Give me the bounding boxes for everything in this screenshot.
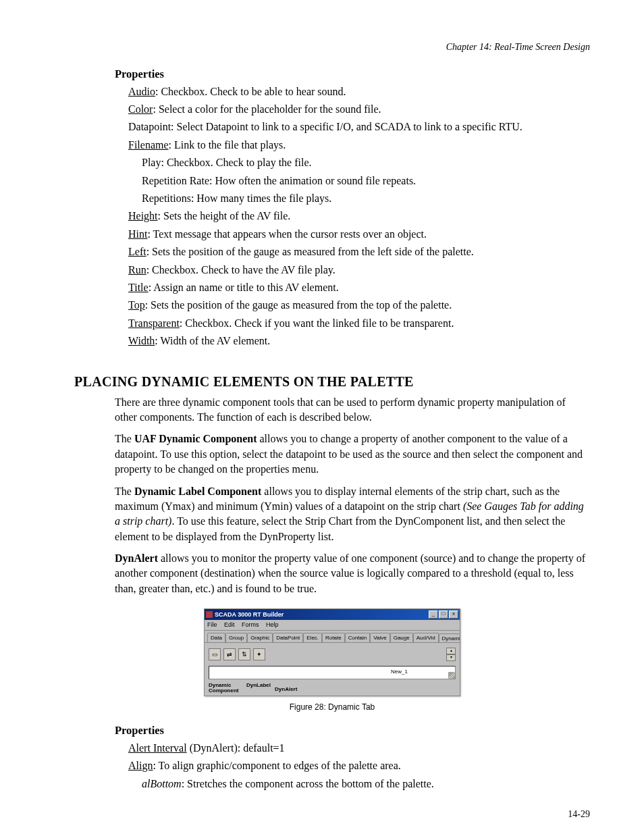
prop-filename-reprate: Repetition Rate: How often the animation… — [142, 174, 590, 188]
prop-align: Align: To align graphic/component to edg… — [128, 758, 590, 773]
prop-datapoint: Datapoint: Select Datapoint to link to a… — [128, 120, 590, 134]
label-dynlabel: DynLabel — [246, 683, 271, 694]
section-para-2: The UAF Dynamic Component allows you to … — [115, 432, 590, 477]
app-icon — [206, 611, 213, 618]
tab-row: Data Group Graphic DataPoint Elec. Rotat… — [205, 631, 460, 643]
spinner-up-icon[interactable]: ▴ — [446, 648, 456, 654]
tab-gauge[interactable]: Gauge — [390, 633, 413, 642]
prop-transparent: Transparent: Checkbox. Check if you want… — [128, 316, 590, 331]
spinner-down-icon[interactable]: ▾ — [446, 654, 456, 661]
prop-run: Run: Checkbox. Check to have the AV file… — [128, 263, 590, 278]
tab-dynamic[interactable]: Dynamic — [439, 633, 460, 643]
prop-alert-interval: Alert Interval (DynAlert): default=1 — [128, 741, 590, 756]
grid-area: New_1 — [209, 666, 456, 679]
prop-filename-play: Play: Checkbox. Check to play the file. — [142, 155, 590, 170]
properties-heading-2: Properties — [115, 723, 590, 738]
dyn-label-icon[interactable]: ⇅ — [238, 648, 250, 660]
app-window: SCADA 3000 RT Builder _ □ x File Edit Fo… — [204, 608, 460, 696]
grid-item-label: New_1 — [391, 668, 408, 675]
minimize-icon[interactable]: _ — [429, 610, 438, 619]
prop-albottom: alBottom: Stretches the component across… — [142, 777, 590, 791]
tab-rotate[interactable]: Rotate — [322, 633, 345, 642]
tab-contain[interactable]: Contain — [345, 633, 371, 642]
prop-color: Color: Select a color for the placeholde… — [128, 102, 590, 117]
titlebar: SCADA 3000 RT Builder _ □ x — [205, 609, 460, 620]
section-title: PLACING DYNAMIC ELEMENTS ON THE PALETTE — [74, 372, 590, 391]
figure-dynamic-tab: SCADA 3000 RT Builder _ □ x File Edit Fo… — [204, 608, 460, 696]
section-para-4: DynAlert allows you to monitor the prope… — [115, 551, 590, 596]
label-dynalert: DynAlert — [275, 683, 297, 694]
pointer-icon[interactable]: ▭ — [209, 648, 221, 660]
label-dynamic-component: Dynamic Component — [209, 683, 242, 694]
maximize-icon[interactable]: □ — [439, 610, 448, 619]
properties-heading-1: Properties — [115, 66, 590, 82]
close-icon[interactable]: x — [449, 610, 458, 619]
resize-grip-icon[interactable] — [448, 672, 455, 679]
prop-audio: Audio: Checkbox. Check to be able to hea… — [128, 84, 590, 99]
menu-file[interactable]: File — [207, 621, 217, 628]
menu-forms[interactable]: Forms — [242, 621, 259, 628]
menu-edit[interactable]: Edit — [224, 621, 235, 628]
page-number: 14-29 — [74, 808, 590, 821]
tab-graphic[interactable]: Graphic — [247, 633, 273, 642]
dyn-component-icon[interactable]: ⇄ — [223, 648, 236, 660]
prop-filename-reps: Repetitions: How many times the file pla… — [142, 191, 590, 206]
tab-data[interactable]: Data — [207, 633, 225, 642]
figure-caption: Figure 28: Dynamic Tab — [74, 702, 590, 713]
chapter-header: Chapter 14: Real-Time Screen Design — [74, 41, 590, 54]
tab-datapoint[interactable]: DataPoint — [273, 633, 303, 642]
tool-labels-row: Dynamic Component DynLabel DynAlert — [205, 682, 460, 696]
prop-height: Height: Sets the height of the AV file. — [128, 209, 590, 224]
tool-strip: ▭ ⇄ ⇅ ✦ ▴ ▾ — [205, 643, 460, 666]
prop-title: Title: Assign an name or title to this A… — [128, 280, 590, 295]
prop-top: Top: Sets the position of the gauge as m… — [128, 298, 590, 313]
tab-valve[interactable]: Valve — [370, 633, 390, 642]
prop-left: Left: Sets the position of the gauge as … — [128, 244, 590, 259]
menu-help[interactable]: Help — [266, 621, 279, 628]
tab-audvid[interactable]: Aud/Vid — [413, 633, 439, 642]
prop-width: Width: Width of the AV element. — [128, 334, 590, 348]
prop-hint: Hint: Text message that appears when the… — [128, 227, 590, 242]
prop-filename: Filename: Link to the file that plays. — [128, 138, 590, 153]
tab-elec[interactable]: Elec. — [303, 633, 322, 642]
menubar[interactable]: File Edit Forms Help — [205, 620, 460, 631]
section-para-3: The Dynamic Label Component allows you t… — [115, 484, 590, 545]
tab-group[interactable]: Group — [225, 633, 247, 642]
section-para-1: There are three dynamic component tools … — [115, 395, 590, 425]
spinner[interactable]: ▴ ▾ — [446, 648, 456, 661]
window-title: SCADA 3000 RT Builder — [215, 610, 429, 619]
dyn-alert-icon[interactable]: ✦ — [253, 648, 265, 660]
